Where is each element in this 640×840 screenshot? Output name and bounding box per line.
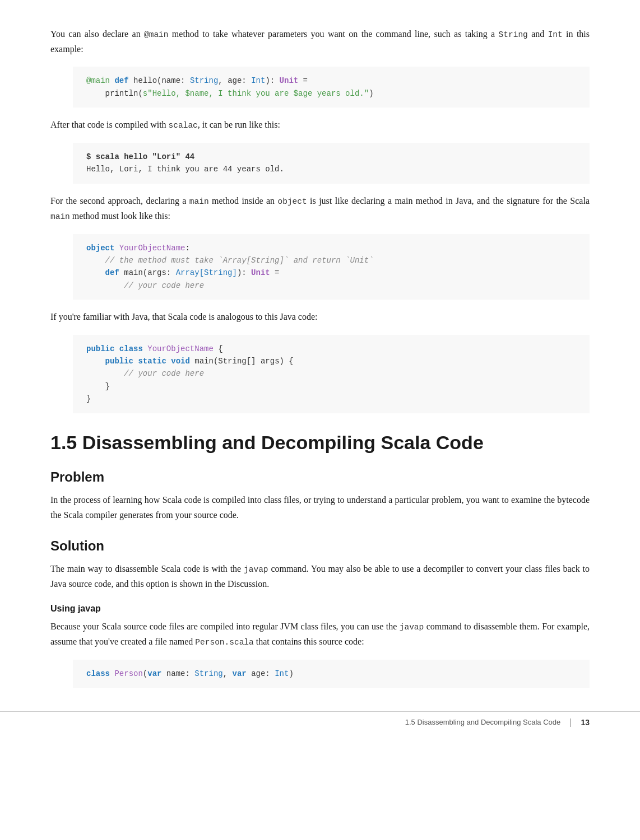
code-comment-3: // your code here [124,369,204,378]
code-kw-var-2: var [233,669,247,678]
inline-code-string: String [499,30,528,39]
code-kw-var-1: var [147,669,161,678]
code-type-int-1: Int [251,76,265,85]
inline-code-main: @main [144,30,169,39]
code-classname-2: YourObjectName [147,344,214,353]
solution-text: The main way to disassemble Scala code i… [50,562,590,591]
code-unit-1: Unit [280,76,299,85]
code-kw-public-2: public [105,357,133,366]
code-kw-def-2: def [105,268,119,277]
code-block-java-example: public class YourObjectName { public sta… [73,335,590,413]
footer-title: 1.5 Disassembling and Decompiling Scala … [405,718,560,726]
footer-content: 1.5 Disassembling and Decompiling Scala … [405,717,590,727]
code-block-object-example: object YourObjectName: // the method mus… [73,234,590,300]
code-type-int-2: Int [275,669,289,678]
problem-text: In the process of learning how Scala cod… [50,493,590,522]
code-kw-public: public [86,344,114,353]
code-fn-main: main [124,268,143,277]
code-kw-def: def [114,76,128,85]
inline-code-object: object [278,197,307,206]
section-title: 1.5 Disassembling and Decompiling Scala … [50,431,590,454]
code-kw-void: void [171,357,190,366]
code-fn-hello: hello [133,76,157,85]
inline-code-javap: javap [244,565,268,574]
code-kw-class: class [119,344,143,353]
code-println-1: println [105,89,138,98]
code-block-run-hello: $ scala hello "Lori" 44 Hello, Lori, I t… [73,143,590,184]
page-container: You can also declare an @main method to … [0,0,640,743]
code-type-string-2: String [194,669,222,678]
intro-paragraph-1: You can also declare an @main method to … [50,27,590,57]
code-block-person: class Person(var name: String, var age: … [73,660,590,688]
code-comment-1: // the method must take `Array[String]` … [105,256,374,265]
using-javap-text: Because your Scala source code files are… [50,619,590,650]
code-unit-2: Unit [251,268,270,277]
inline-code-javap-2: javap [400,623,424,632]
java-comparison-paragraph: If you're familiar with Java, that Scala… [50,310,590,324]
inline-code-int: Int [548,30,563,39]
solution-heading: Solution [50,538,590,554]
inline-code-scalac: scalac [169,121,198,130]
inline-code-main3: main [50,212,70,221]
problem-heading: Problem [50,469,590,485]
code-block-hello-def: @main def hello(name: String, age: Int):… [73,67,590,108]
using-javap-heading: Using javap [50,604,590,614]
inline-code-main2: main [189,197,209,206]
footer-separator: | [569,717,572,727]
code-string-hello: s"Hello, $name, I think you are $age yea… [143,89,369,98]
code-type-array: Array[String] [176,268,237,277]
code-kw-class-2: class [86,669,110,678]
page-footer: 1.5 Disassembling and Decompiling Scala … [0,711,640,727]
intro-paragraph-2: After that code is compiled with scalac,… [50,118,590,133]
code-kw-static: static [138,357,166,366]
code-java-string-arg: String [218,357,246,366]
code-annotation-main: @main [86,76,110,85]
code-run-command: $ scala hello "Lori" 44 [86,152,194,161]
code-type-string-1: String [190,76,218,85]
intro-paragraph-3: For the second approach, declaring a mai… [50,194,590,224]
code-param-age: age [228,76,242,85]
code-comment-2: // your code here [124,281,204,290]
code-classname-person: Person [114,669,142,678]
inline-code-person-scala: Person.scala [195,638,253,647]
code-kw-object: object [86,244,114,253]
footer-page-number: 13 [581,718,590,727]
code-param-name: name [161,76,180,85]
code-classname-1: YourObjectName [119,244,185,253]
